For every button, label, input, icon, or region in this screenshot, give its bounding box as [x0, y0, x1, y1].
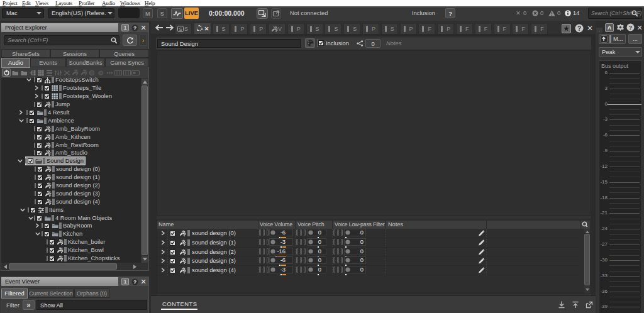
svg-text:?: ? [577, 25, 581, 32]
svg-text:?: ? [133, 25, 136, 31]
svg-text:?: ? [133, 279, 136, 285]
svg-text:S: S [179, 27, 182, 31]
svg-text:?: ? [629, 24, 633, 31]
